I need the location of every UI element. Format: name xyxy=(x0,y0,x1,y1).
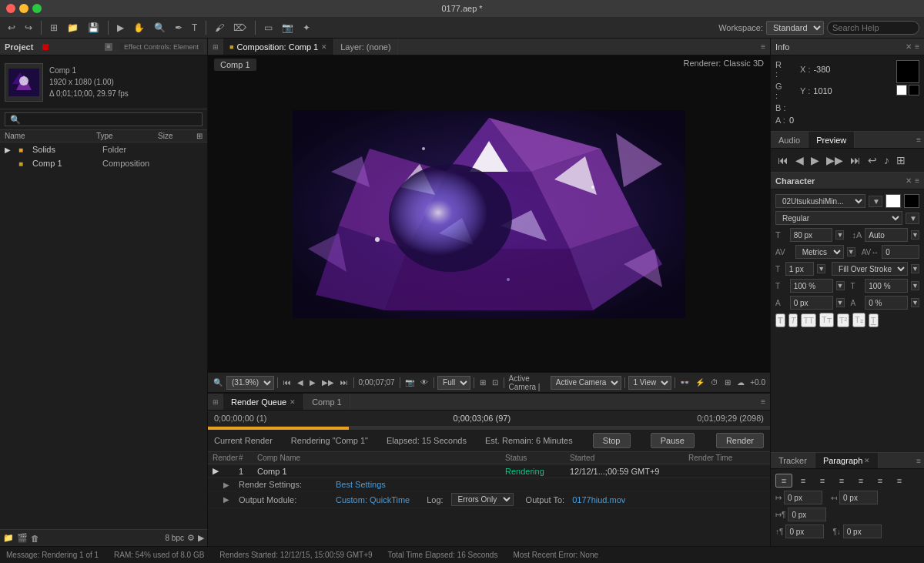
grid-toggle[interactable]: ⊞ xyxy=(477,377,488,387)
zoom-select[interactable]: (31.9%) xyxy=(226,376,274,390)
small-caps-btn[interactable]: Tᴛ xyxy=(819,313,834,327)
para-close-btn[interactable]: ✕ xyxy=(864,457,870,464)
font-size-box[interactable]: 80 px xyxy=(790,228,833,242)
tl-menu-btn[interactable]: ⊞ xyxy=(208,398,223,406)
puppet-tool[interactable]: ✦ xyxy=(300,21,313,35)
log-select[interactable]: Errors Only xyxy=(451,493,514,506)
brush-tool[interactable]: 🖌 xyxy=(212,21,227,35)
ap-menu-btn[interactable]: ≡ xyxy=(916,136,921,144)
undo-button[interactable]: ↩ xyxy=(5,21,18,35)
tab-composition[interactable]: ■ Composition: Comp 1 ✕ xyxy=(223,39,334,55)
zoom-out-btn[interactable]: 🔍 xyxy=(211,377,225,387)
maximize-button[interactable] xyxy=(32,4,42,13)
project-panel-close[interactable]: ≡ xyxy=(105,43,112,51)
eraser-tool[interactable]: ⌦ xyxy=(230,21,249,35)
size-unit-btn[interactable]: ▼ xyxy=(835,230,844,240)
new-comp-button[interactable]: ⊞ xyxy=(47,21,61,35)
align-center-btn[interactable]: ≡ xyxy=(795,474,812,488)
tsume-box[interactable]: 0 % xyxy=(865,296,908,310)
stroke-type-btn[interactable]: ▼ xyxy=(911,264,919,273)
v-scale-unit-btn[interactable]: ▼ xyxy=(911,281,919,290)
underline-btn[interactable]: T xyxy=(869,313,879,327)
preview-goto-start[interactable]: ⏮ xyxy=(775,153,791,167)
foreground-color[interactable] xyxy=(896,85,907,96)
camera-tool[interactable]: 📷 xyxy=(279,21,296,35)
preview-prev-frame[interactable]: ◀ xyxy=(793,153,806,167)
justify-left-btn[interactable]: ≡ xyxy=(833,474,850,488)
save-button[interactable]: 💾 xyxy=(85,21,102,35)
align-right-btn[interactable]: ≡ xyxy=(814,474,831,488)
align-left-btn[interactable]: ≡ xyxy=(775,474,792,488)
all-caps-btn[interactable]: TT xyxy=(801,313,815,327)
tracking-box[interactable]: 0 xyxy=(882,245,919,259)
superscript-btn[interactable]: T² xyxy=(837,313,849,327)
workspace-select[interactable]: Standard xyxy=(766,21,824,35)
file-item-comp1[interactable]: ■ Comp 1 Composition xyxy=(0,156,207,170)
camera-select[interactable]: Active Camera xyxy=(551,376,621,390)
color-swatch-main[interactable] xyxy=(896,60,919,83)
tab-tracker[interactable]: Tracker xyxy=(771,453,815,468)
timeline-btn[interactable]: ⏱ xyxy=(708,377,721,387)
3d-glasses-btn[interactable]: 👓 xyxy=(678,377,691,387)
output-to-value[interactable]: 0177hiud.mov xyxy=(572,495,625,504)
leading-box[interactable]: Auto xyxy=(865,228,908,242)
rq-close-btn[interactable]: ✕ xyxy=(290,398,296,406)
resolution-select[interactable]: Full xyxy=(437,376,470,390)
tab-preview[interactable]: Preview xyxy=(808,132,855,148)
v-scale-box[interactable]: 100 % xyxy=(865,279,908,293)
fast-preview-btn[interactable]: ⚡ xyxy=(693,377,707,387)
comp-tab-close[interactable]: ✕ xyxy=(321,43,327,51)
leading-unit-btn[interactable]: ▼ xyxy=(911,230,919,240)
baseline-unit-btn[interactable]: ▼ xyxy=(836,298,845,307)
rs-expand-icon[interactable]: ▶ xyxy=(223,481,234,489)
preview-loop[interactable]: ↩ xyxy=(865,153,879,167)
draft-btn[interactable]: ☁ xyxy=(735,377,747,387)
shape-tool[interactable]: ▭ xyxy=(261,21,276,35)
tab-paragraph[interactable]: Paragraph ✕ xyxy=(815,453,879,468)
zoom-tool[interactable]: 🔍 xyxy=(151,21,169,35)
preview-next-frame[interactable]: ▶▶ xyxy=(824,153,845,167)
preview-play[interactable]: ▶ xyxy=(808,153,822,167)
effect-controls-tab[interactable]: Effect Controls: Element xyxy=(120,42,203,52)
justify-right-btn[interactable]: ≡ xyxy=(872,474,889,488)
rq-table-row[interactable]: ▶ 1 Comp 1 Rendering 12/12/1...;00:59 GM… xyxy=(208,464,770,478)
delete-item-button[interactable]: 🗑 xyxy=(31,534,39,543)
font-menu-btn[interactable]: ▼ xyxy=(869,196,882,207)
italic-text-btn[interactable]: T xyxy=(788,313,798,327)
minimize-button[interactable] xyxy=(19,4,28,13)
search-input[interactable] xyxy=(827,21,919,35)
rs-value[interactable]: Best Settings xyxy=(336,480,386,489)
preview-cache[interactable]: ⊞ xyxy=(894,153,908,167)
show-snapshot-btn[interactable]: 👁 xyxy=(418,377,430,387)
flowchart-btn[interactable]: ⊞ xyxy=(722,377,733,387)
pause-button[interactable]: Pause xyxy=(651,433,695,448)
comp-panel-menu[interactable]: ≡ xyxy=(761,42,765,51)
settings-button[interactable]: ⚙ xyxy=(187,533,195,543)
play-button-project[interactable]: ▶ xyxy=(198,533,204,543)
style-menu-btn[interactable]: ▼ xyxy=(906,213,919,224)
kerning-select[interactable]: Metrics xyxy=(795,245,844,259)
preview-audio-toggle[interactable]: ♪ xyxy=(882,153,892,167)
stroke-width-box[interactable]: 1 px xyxy=(785,262,814,276)
tab-layer[interactable]: Layer: (none) xyxy=(334,39,397,55)
metrics-unit-btn[interactable]: ▼ xyxy=(847,247,855,256)
stop-button[interactable]: Stop xyxy=(593,433,631,448)
project-search-input[interactable] xyxy=(5,112,203,126)
new-folder-button[interactable]: 📁 xyxy=(3,533,14,543)
first-indent-input[interactable] xyxy=(788,508,826,521)
next-frame-btn[interactable]: ▶▶ xyxy=(320,377,336,387)
text-color-swatch[interactable] xyxy=(886,194,901,208)
font-family-select[interactable]: 02UtsukushiMin... xyxy=(775,194,865,208)
info-menu-btn[interactable]: ≡ xyxy=(915,42,919,51)
indent-right-input[interactable] xyxy=(839,491,878,504)
space-before-input[interactable] xyxy=(785,524,824,538)
hand-tool[interactable]: ✋ xyxy=(130,21,148,35)
roi-toggle[interactable]: ⊡ xyxy=(490,377,500,387)
pen-tool[interactable]: ✒ xyxy=(172,21,186,35)
baseline-box[interactable]: 0 px xyxy=(790,296,833,310)
goto-end-btn[interactable]: ⏭ xyxy=(338,377,350,387)
close-button[interactable] xyxy=(6,4,15,13)
tab-render-queue[interactable]: Render Queue ✕ xyxy=(223,394,304,410)
tsume-unit-btn[interactable]: ▼ xyxy=(911,298,919,307)
view-select[interactable]: 1 View xyxy=(628,376,671,390)
